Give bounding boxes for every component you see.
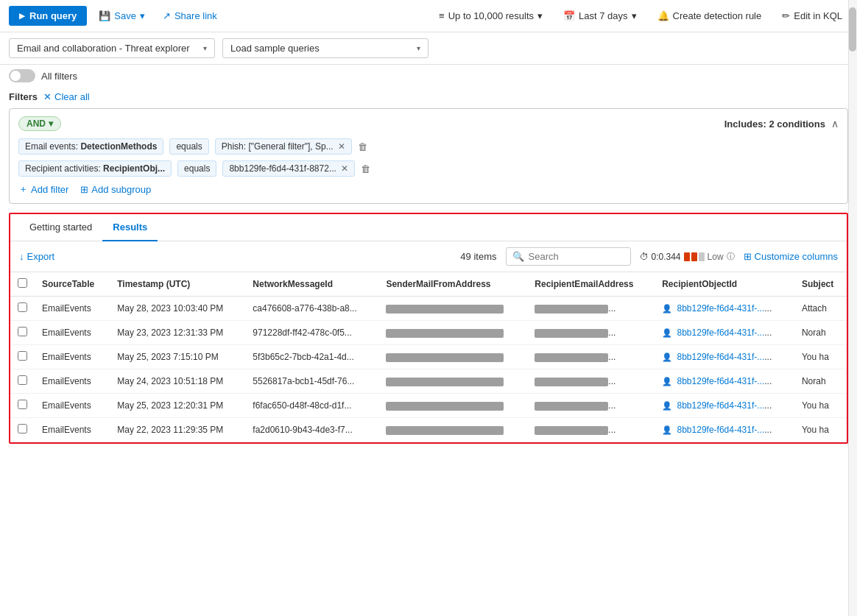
export-button[interactable]: ↓ Export	[19, 251, 54, 262]
tab-getting-started[interactable]: Getting started	[19, 214, 102, 241]
col-sender-mail: SenderMailFromAddress	[378, 272, 527, 297]
col-subject: Subject	[794, 272, 847, 297]
edit-kql-button[interactable]: ✏ Edit in KQL	[776, 7, 848, 24]
share-icon: ↗	[163, 10, 171, 21]
clear-all-button[interactable]: ✕ Clear all	[43, 91, 90, 102]
all-filters-toggle[interactable]	[9, 69, 35, 82]
filters-header: Filters ✕ Clear all	[0, 87, 857, 105]
results-section: Getting started Results ↓ Export 49 item…	[9, 213, 848, 444]
cell-recipient-email-4: ...	[527, 394, 655, 418]
search-box[interactable]: 🔍	[506, 247, 631, 266]
scrollbar-thumb[interactable]	[849, 7, 856, 52]
row-checkbox-3[interactable]	[18, 375, 27, 385]
cell-recipient-obj-0: 👤 8bb129fe-f6d4-431f-......	[655, 297, 794, 321]
results-table: SourceTable Timestamp (UTC) NetworkMessa…	[10, 272, 847, 442]
cell-recipient-obj-5: 👤 8bb129fe-f6d4-431f-......	[655, 418, 794, 442]
row-checkbox-cell-5[interactable]	[10, 418, 35, 442]
recipient-obj-link-4[interactable]: 8bb129fe-f6d4-431f-...	[677, 400, 765, 411]
recipient-obj-link-3[interactable]: 8bb129fe-f6d4-431f-...	[677, 376, 765, 386]
cell-source-3: EmailEvents	[35, 369, 110, 394]
chevron-down-icon-4: ▾	[203, 44, 207, 52]
toggle-row: All filters	[0, 65, 857, 87]
cell-network-id-3[interactable]: 5526817a-bcb1-45df-76...	[245, 369, 378, 394]
person-icon-3: 👤	[662, 377, 672, 386]
results-limit-button[interactable]: ≡ Up to 10,000 results ▾	[433, 7, 549, 24]
row-checkbox-2[interactable]	[18, 351, 27, 361]
filters-label: Filters	[9, 91, 38, 102]
perf-bar-3	[699, 252, 705, 261]
tab-results[interactable]: Results	[102, 214, 158, 241]
add-subgroup-button[interactable]: ⊞ Add subgroup	[80, 184, 151, 195]
row-checkbox-1[interactable]	[18, 327, 27, 336]
cell-sender-0	[378, 297, 527, 321]
subgroup-icon: ⊞	[80, 184, 88, 195]
perf-bars	[684, 252, 705, 261]
main-toolbar: ▶ Run query 💾 Save ▾ ↗ Share link ≡ Up t…	[0, 0, 857, 32]
person-icon-0: 👤	[662, 304, 672, 313]
collapse-button[interactable]: ∧	[831, 118, 839, 130]
data-source-dropdown[interactable]: Email and collaboration - Threat explore…	[9, 38, 215, 58]
search-input[interactable]	[529, 251, 624, 262]
table-row: EmailEvents May 25, 2023 7:15:10 PM 5f3b…	[10, 345, 847, 369]
col-recipient-email: RecipientEmailAddress	[527, 272, 655, 297]
table-row: EmailEvents May 28, 2023 10:03:40 PM ca4…	[10, 297, 847, 321]
filter-value-1: Phish: ["General filter"], Sp... ✕	[215, 138, 352, 155]
cell-recipient-obj-1: 👤 8bb129fe-f6d4-431f-......	[655, 321, 794, 345]
col-network-message-id: NetworkMessageId	[245, 272, 378, 297]
cell-subject-4: You ha	[794, 394, 847, 418]
cell-source-1: EmailEvents	[35, 321, 110, 345]
close-icon: ✕	[43, 91, 52, 102]
bell-icon: 🔔	[657, 10, 669, 21]
delete-filter-1-button[interactable]: 🗑	[358, 141, 367, 152]
cell-sender-2	[378, 345, 527, 369]
row-checkbox-5[interactable]	[18, 424, 27, 433]
share-link-button[interactable]: ↗ Share link	[157, 7, 223, 24]
create-detection-button[interactable]: 🔔 Create detection rule	[652, 7, 768, 24]
remove-filter-2-button[interactable]: ✕	[341, 163, 348, 174]
results-toolbar: ↓ Export 49 items 🔍 ⏱ 0:0.344 Low ⓘ ⊞ Cu…	[10, 241, 847, 272]
recipient-obj-link-0[interactable]: 8bb129fe-f6d4-431f-...	[677, 303, 765, 314]
col-recipient-object-id: RecipientObjectId	[655, 272, 794, 297]
row-checkbox-cell-0[interactable]	[10, 297, 35, 321]
search-icon: 🔍	[512, 251, 524, 262]
row-checkbox-4[interactable]	[18, 400, 27, 409]
sample-queries-dropdown[interactable]: Load sample queries ▾	[222, 38, 428, 58]
remove-filter-1-button[interactable]: ✕	[338, 141, 345, 152]
cell-timestamp-0: May 28, 2023 10:03:40 PM	[110, 297, 245, 321]
recipient-obj-link-1[interactable]: 8bb129fe-f6d4-431f-...	[677, 328, 765, 338]
filter-field-2: Recipient activities: RecipientObj...	[18, 160, 172, 177]
cell-recipient-email-0: ...	[527, 297, 655, 321]
row-checkbox-cell-1[interactable]	[10, 321, 35, 345]
table-row: EmailEvents May 23, 2023 12:31:33 PM 971…	[10, 321, 847, 345]
recipient-obj-link-2[interactable]: 8bb129fe-f6d4-431f-...	[677, 352, 765, 362]
calendar-icon: 📅	[563, 10, 575, 21]
cell-network-id-0[interactable]: ca476608-a776-438b-a8...	[245, 297, 378, 321]
run-query-button[interactable]: ▶ Run query	[9, 6, 87, 26]
row-checkbox-cell-4[interactable]	[10, 394, 35, 418]
header-select-all[interactable]	[10, 272, 35, 297]
results-tabs: Getting started Results	[10, 214, 847, 241]
delete-filter-2-button[interactable]: 🗑	[361, 163, 370, 174]
chevron-down-icon-2: ▾	[537, 10, 543, 21]
add-filter-button[interactable]: ＋ Add filter	[18, 183, 68, 196]
time-range-button[interactable]: 📅 Last 7 days ▾	[557, 7, 643, 24]
info-icon: ⓘ	[727, 251, 735, 262]
select-all-checkbox[interactable]	[18, 278, 27, 288]
save-button[interactable]: 💾 Save ▾	[93, 7, 151, 24]
row-checkbox-cell-3[interactable]	[10, 369, 35, 394]
cell-network-id-2[interactable]: 5f3b65c2-7bcb-42a1-4d...	[245, 345, 378, 369]
perf-bar-2	[691, 252, 697, 261]
row-checkbox-cell-2[interactable]	[10, 345, 35, 369]
filter-row-2: Recipient activities: RecipientObj... eq…	[18, 160, 839, 177]
cell-timestamp-1: May 23, 2023 12:31:33 PM	[110, 321, 245, 345]
cell-network-id-1[interactable]: 971228df-ff42-478c-0f5...	[245, 321, 378, 345]
columns-icon: ⊞	[744, 251, 752, 262]
cell-network-id-4[interactable]: f6fac650-d48f-48cd-d1f...	[245, 394, 378, 418]
scrollbar-track[interactable]	[848, 0, 857, 450]
cell-network-id-5[interactable]: fa2d0610-9b43-4de3-f7...	[245, 418, 378, 442]
recipient-obj-link-5[interactable]: 8bb129fe-f6d4-431f-...	[677, 425, 765, 435]
customize-columns-button[interactable]: ⊞ Customize columns	[744, 251, 838, 262]
row-checkbox-0[interactable]	[18, 302, 27, 312]
cell-timestamp-2: May 25, 2023 7:15:10 PM	[110, 345, 245, 369]
and-badge[interactable]: AND ▾	[18, 116, 61, 131]
